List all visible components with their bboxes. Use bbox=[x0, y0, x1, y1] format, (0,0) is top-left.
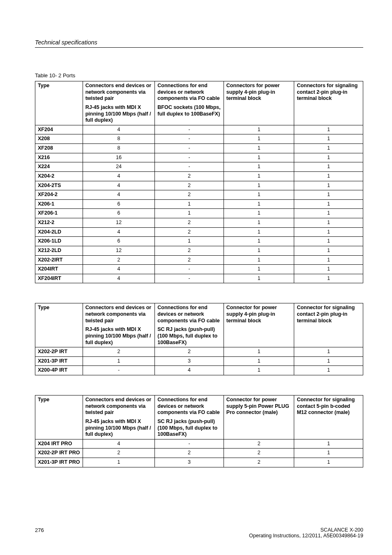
row-value: 4 bbox=[83, 227, 155, 237]
row-value: 1 bbox=[83, 356, 155, 366]
row-value: 1 bbox=[224, 144, 294, 153]
row-type-label: X204-2 bbox=[35, 171, 83, 181]
th-col2-top: Connections for end devices or network c… bbox=[155, 303, 224, 325]
row-value: 1 bbox=[224, 171, 294, 181]
row-value: 4 bbox=[83, 125, 155, 134]
row-value: 1 bbox=[224, 265, 294, 274]
row-value: - bbox=[155, 153, 224, 162]
row-value: 2 bbox=[83, 449, 155, 458]
footer-line2: Operating Instructions, 12/2011, A5E0034… bbox=[249, 533, 363, 539]
row-type-label: XF208 bbox=[35, 144, 83, 153]
row-value: 1 bbox=[83, 458, 155, 467]
row-type-label: XF204 bbox=[35, 125, 83, 134]
row-type-label: X212-2 bbox=[35, 218, 83, 228]
row-value: 1 bbox=[224, 356, 294, 366]
th-col3: Connectors for power supply 4-pin plug-i… bbox=[224, 81, 294, 125]
row-type-label: X208 bbox=[35, 134, 83, 144]
row-value: 12 bbox=[83, 246, 155, 255]
row-value: 1 bbox=[294, 458, 363, 467]
row-value: 8 bbox=[83, 144, 155, 153]
row-value: 1 bbox=[224, 227, 294, 237]
row-value: 1 bbox=[294, 134, 363, 144]
row-value: 6 bbox=[83, 237, 155, 246]
table-row: X204-2LD4211 bbox=[35, 227, 363, 237]
row-value: 1 bbox=[294, 125, 363, 134]
row-type-label: X204-2LD bbox=[35, 227, 83, 237]
running-head: Technical specifications bbox=[35, 39, 363, 48]
row-value: 1 bbox=[224, 199, 294, 209]
page-number: 276 bbox=[35, 527, 44, 533]
row-value: 2 bbox=[155, 255, 224, 265]
table-row: XF2044-11 bbox=[35, 125, 363, 134]
footer-line1: SCALANCE X-200 bbox=[249, 527, 363, 533]
row-type-label: XF204-2 bbox=[35, 190, 83, 200]
th-type: Type bbox=[35, 395, 83, 439]
row-value: - bbox=[155, 144, 224, 153]
row-value: - bbox=[155, 274, 224, 283]
row-value: 1 bbox=[224, 246, 294, 255]
row-value: 2 bbox=[155, 190, 224, 200]
row-value: - bbox=[83, 366, 155, 375]
table-row: X200-4P IRT-411 bbox=[35, 366, 363, 375]
row-type-label: X204IRT bbox=[35, 265, 83, 274]
th-col1-top: Connectors end devices or network compon… bbox=[83, 395, 155, 417]
row-type-label: X202-2P IRT bbox=[35, 347, 83, 357]
th-col1-sub: RJ-45 jacks with MDI X pinning 10/100 Mb… bbox=[83, 325, 155, 347]
row-value: 1 bbox=[294, 162, 363, 172]
table-row: XF204IRT4-11 bbox=[35, 274, 363, 283]
row-value: 1 bbox=[155, 199, 224, 209]
th-col2-sub: SC RJ jacks (push-pull) (100 Mbps, full … bbox=[155, 417, 224, 439]
row-value: 3 bbox=[155, 458, 224, 467]
row-value: 1 bbox=[294, 227, 363, 237]
th-col2-top: Connections for end devices or network c… bbox=[155, 81, 224, 103]
row-type-label: X201-3P IRT bbox=[35, 356, 83, 366]
th-col2-sub: BFOC sockets (100 Mbps, full duplex to 1… bbox=[155, 103, 224, 125]
table-row: X204IRT4-11 bbox=[35, 265, 363, 274]
row-value: 1 bbox=[294, 449, 363, 458]
row-value: 4 bbox=[83, 181, 155, 190]
row-value: 6 bbox=[83, 199, 155, 209]
th-type: Type bbox=[35, 303, 83, 347]
row-value: 1 bbox=[294, 274, 363, 283]
row-value: 1 bbox=[224, 181, 294, 190]
th-col4: Connectors for signaling contact 2-pin p… bbox=[294, 81, 363, 125]
th-col3: Connector for power supply 5-pin Power P… bbox=[224, 395, 294, 439]
table-row: X201-3P IRT1311 bbox=[35, 356, 363, 366]
row-value: 1 bbox=[294, 366, 363, 375]
ports-table-2: Type Connectors end devices or network c… bbox=[35, 303, 363, 375]
row-value: 16 bbox=[83, 153, 155, 162]
row-value: 4 bbox=[83, 274, 155, 283]
row-value: 2 bbox=[224, 439, 294, 449]
table3-body: X204 IRT PRO4-21X202-2P IRT PRO2221X201-… bbox=[35, 439, 363, 467]
row-value: 24 bbox=[83, 162, 155, 172]
row-value: 1 bbox=[294, 255, 363, 265]
table2-body: X202-2P IRT2211X201-3P IRT1311X200-4P IR… bbox=[35, 347, 363, 375]
row-value: 1 bbox=[224, 209, 294, 218]
row-value: 2 bbox=[155, 347, 224, 357]
row-value: 1 bbox=[224, 366, 294, 375]
row-value: 1 bbox=[294, 199, 363, 209]
row-value: 1 bbox=[224, 218, 294, 228]
th-col4: Connector for signaling contact 2-pin pl… bbox=[294, 303, 363, 347]
table-row: X202-2P IRT PRO2221 bbox=[35, 449, 363, 458]
row-value: - bbox=[155, 134, 224, 144]
ports-table-3: Type Connectors end devices or network c… bbox=[35, 395, 363, 467]
row-type-label: X202-2IRT bbox=[35, 255, 83, 265]
table-row: X204 IRT PRO4-21 bbox=[35, 439, 363, 449]
row-value: 1 bbox=[224, 237, 294, 246]
row-value: 2 bbox=[155, 449, 224, 458]
row-value: 4 bbox=[83, 265, 155, 274]
row-value: 4 bbox=[83, 190, 155, 200]
th-col1-sub: RJ-45 jacks with MDI X pinning 10/100 Mb… bbox=[83, 417, 155, 439]
row-value: 1 bbox=[294, 144, 363, 153]
table-row: X212-2LD12211 bbox=[35, 246, 363, 255]
row-value: 1 bbox=[224, 125, 294, 134]
table-row: X2088-11 bbox=[35, 134, 363, 144]
th-col4: Connector for signaling contact 5-pin b-… bbox=[294, 395, 363, 439]
row-type-label: X201-3P IRT PRO bbox=[35, 458, 83, 467]
row-value: 12 bbox=[83, 218, 155, 228]
th-col1-sub: RJ-45 jacks with MDI X pinning 10/100 Mb… bbox=[83, 103, 155, 125]
row-value: 2 bbox=[155, 181, 224, 190]
row-type-label: XF204IRT bbox=[35, 274, 83, 283]
th-col2-top: Connections for end devices or network c… bbox=[155, 395, 224, 417]
